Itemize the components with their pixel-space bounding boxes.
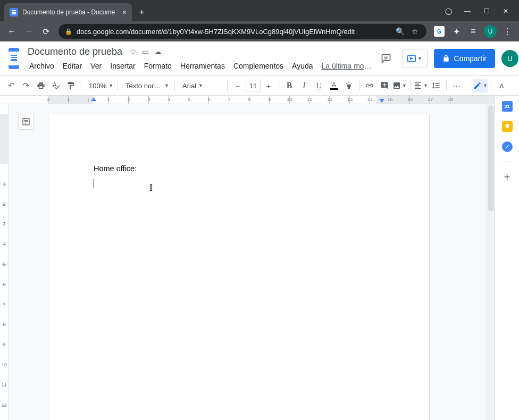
line-spacing-button[interactable] — [429, 79, 443, 93]
menu-bar: ArchivoEditarVerInsertarFormatoHerramien… — [26, 60, 376, 72]
url-text: docs.google.com/document/d/1by0Yt4xw-5H7… — [77, 28, 390, 36]
zoom-page-icon[interactable]: 🔍 — [395, 27, 405, 36]
share-label: Compartir — [454, 54, 487, 63]
document-line: Home office: — [94, 164, 384, 173]
extension-badge[interactable]: G — [432, 24, 447, 39]
calendar-icon[interactable]: 31 — [502, 101, 513, 112]
browser-titlebar: Documento de prueba - Docume × + ◯ — ☐ ✕ — [0, 0, 519, 21]
window-controls: ◯ — ☐ ✕ — [445, 7, 519, 21]
lock-icon[interactable]: 🔒 — [65, 28, 72, 35]
reload-button[interactable]: ⟳ — [38, 24, 53, 39]
font-dropdown[interactable]: Arial▼ — [178, 79, 224, 93]
bookmark-icon[interactable]: ☆ — [409, 27, 420, 36]
bold-button[interactable]: B — [282, 79, 296, 93]
text-cursor — [94, 179, 94, 188]
insert-link-button[interactable] — [363, 79, 376, 93]
docs-favicon — [10, 8, 18, 16]
vertical-ruler[interactable]: 12345678910111213 — [0, 104, 9, 420]
share-button[interactable]: Compartir — [434, 49, 495, 68]
add-addon-icon[interactable]: + — [502, 172, 513, 182]
underline-button[interactable]: U — [312, 79, 326, 93]
account-avatar[interactable]: U — [501, 50, 518, 67]
move-icon[interactable]: ▭ — [142, 47, 149, 56]
font-size-increase[interactable]: + — [262, 79, 275, 93]
docs-header: Documento de prueba ☆ ▭ ☁ ArchivoEditarV… — [0, 41, 519, 75]
left-indent-marker[interactable] — [91, 97, 96, 101]
menu-herramientas[interactable]: Herramientas — [177, 60, 229, 72]
text-color-button[interactable]: A — [327, 79, 341, 93]
align-button[interactable]: ▼ — [414, 79, 428, 93]
back-button[interactable]: ← — [4, 24, 19, 39]
highlight-button[interactable] — [342, 79, 356, 93]
address-bar[interactable]: 🔒 docs.google.com/document/d/1by0Yt4xw-5… — [58, 24, 426, 39]
outline-toggle-button[interactable] — [18, 114, 34, 130]
menu-insertar[interactable]: Insertar — [106, 60, 139, 72]
keep-icon[interactable] — [502, 121, 513, 132]
insert-comment-button[interactable] — [378, 79, 391, 93]
tasks-icon[interactable]: ✓ — [502, 141, 513, 152]
tab-title: Documento de prueba - Docume — [22, 9, 118, 16]
close-window-icon[interactable]: ✕ — [502, 7, 509, 15]
editing-mode-button[interactable]: ▼ — [473, 79, 488, 93]
menu-editar[interactable]: Editar — [59, 60, 86, 72]
star-icon[interactable]: ☆ — [130, 47, 137, 56]
zoom-dropdown[interactable]: 100%▼ — [85, 79, 114, 93]
account-circle-icon[interactable]: ◯ — [445, 7, 452, 15]
maximize-icon[interactable]: ☐ — [483, 7, 490, 15]
paint-format-button[interactable] — [64, 79, 78, 93]
browser-tab[interactable]: Documento de prueba - Docume × — [4, 3, 132, 21]
docs-logo[interactable] — [9, 48, 19, 69]
content-area: 21123456789101112131415161718 1234567891… — [0, 96, 519, 420]
horizontal-ruler[interactable]: 21123456789101112131415161718 — [0, 96, 495, 104]
docs-toolbar: ↶ ↷ 100%▼ Texto norm…▼ Arial▼ − 11 + B I… — [0, 75, 519, 96]
insert-image-button[interactable]: ▼ — [392, 79, 407, 93]
vertical-scrollbar[interactable] — [487, 104, 495, 420]
right-indent-marker[interactable] — [379, 99, 384, 103]
menu-archivo[interactable]: Archivo — [26, 60, 58, 72]
browser-toolbar: ← → ⟳ 🔒 docs.google.com/document/d/1by0Y… — [0, 21, 519, 41]
menu-ayuda[interactable]: Ayuda — [288, 60, 316, 72]
redo-button[interactable]: ↷ — [19, 79, 33, 93]
profile-avatar[interactable]: U — [483, 24, 498, 39]
italic-button[interactable]: I — [297, 79, 311, 93]
font-size-input[interactable]: 11 — [246, 80, 261, 91]
print-button[interactable] — [34, 79, 48, 93]
close-tab-icon[interactable]: × — [122, 8, 127, 16]
scrollbar-thumb[interactable] — [488, 105, 493, 212]
ibeam-cursor-icon: I — [149, 182, 153, 194]
new-tab-button[interactable]: + — [132, 3, 152, 21]
paragraph-style-dropdown[interactable]: Texto norm…▼ — [121, 79, 171, 93]
cloud-status-icon[interactable]: ☁ — [154, 47, 162, 56]
spellcheck-button[interactable] — [49, 79, 63, 93]
more-options-button[interactable]: ⋯ — [450, 79, 464, 93]
collapse-toolbar-button[interactable]: ʌ — [495, 79, 508, 93]
reading-list-icon[interactable]: ≡ — [466, 24, 481, 39]
document-page[interactable]: Home office: — [48, 114, 430, 420]
side-panel: 31 ✓ + — [495, 96, 519, 420]
document-title[interactable]: Documento de prueba — [26, 45, 124, 58]
minimize-icon[interactable]: — — [464, 7, 471, 15]
undo-button[interactable]: ↶ — [4, 79, 18, 93]
menu-complementos[interactable]: Complementos — [230, 60, 287, 72]
forward-button[interactable]: → — [21, 24, 36, 39]
menu-formato[interactable]: Formato — [140, 60, 175, 72]
extensions-icon[interactable]: ✦ — [449, 24, 464, 39]
present-button[interactable]: ▼ — [402, 49, 428, 68]
history-link[interactable]: La última modific… — [318, 60, 376, 72]
font-size-decrease[interactable]: − — [231, 79, 245, 93]
menu-ver[interactable]: Ver — [87, 60, 105, 72]
comments-history-icon[interactable] — [376, 49, 396, 68]
browser-menu-icon[interactable]: ⋮ — [500, 24, 515, 39]
